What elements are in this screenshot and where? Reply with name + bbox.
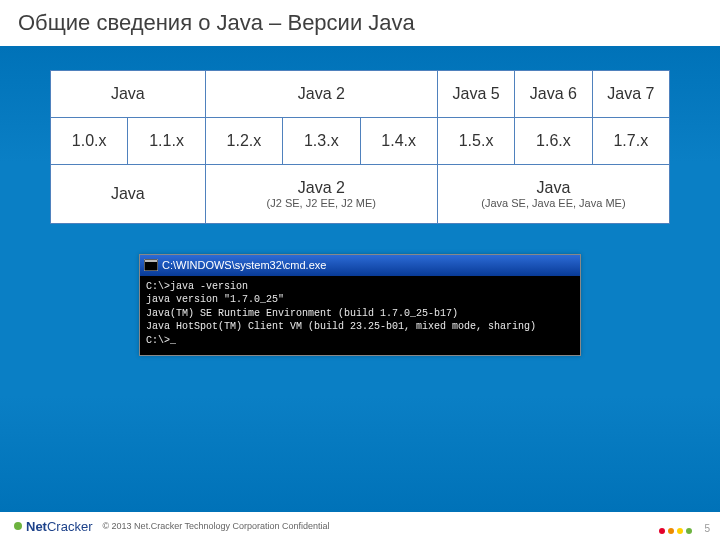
dot-icon bbox=[659, 528, 665, 534]
cell: 1.6.x bbox=[515, 118, 592, 165]
table-row: 1.0.x 1.1.x 1.2.x 1.3.x 1.4.x 1.5.x 1.6.… bbox=[51, 118, 670, 165]
logo: NetCracker bbox=[14, 519, 92, 534]
cell: Java (Java SE, Java EE, Java ME) bbox=[437, 165, 669, 224]
cell-subtitle: (J2 SE, J2 EE, J2 ME) bbox=[207, 197, 436, 209]
cell: Java 2 (J2 SE, J2 EE, J2 ME) bbox=[205, 165, 437, 224]
cell: 1.1.x bbox=[128, 118, 205, 165]
table-row: Java Java 2 (J2 SE, J2 EE, J2 ME) Java (… bbox=[51, 165, 670, 224]
cell: 1.5.x bbox=[437, 118, 514, 165]
cell: 1.0.x bbox=[51, 118, 128, 165]
cmd-line: C:\>_ bbox=[146, 334, 574, 348]
logo-text-bold: Net bbox=[26, 519, 47, 534]
slide-number: 5 bbox=[704, 523, 710, 534]
cell-title: Java 2 bbox=[207, 179, 436, 197]
copyright-text: © 2013 Net.Cracker Technology Corporatio… bbox=[102, 521, 329, 531]
cmd-icon bbox=[144, 259, 158, 271]
cell: Java 7 bbox=[592, 71, 669, 118]
cell-title: Java bbox=[439, 179, 668, 197]
cmd-title-text: C:\WINDOWS\system32\cmd.exe bbox=[162, 258, 326, 273]
logo-dot-icon bbox=[14, 522, 22, 530]
cmd-line: Java HotSpot(TM) Client VM (build 23.25-… bbox=[146, 320, 574, 334]
table-row: Java Java 2 Java 5 Java 6 Java 7 bbox=[51, 71, 670, 118]
cell: Java bbox=[51, 71, 206, 118]
cell: 1.2.x bbox=[205, 118, 282, 165]
footer-dots bbox=[659, 528, 692, 534]
cmd-line: java version "1.7.0_25" bbox=[146, 293, 574, 307]
footer: NetCracker © 2013 Net.Cracker Technology… bbox=[0, 512, 720, 540]
dot-icon bbox=[686, 528, 692, 534]
cmd-titlebar: C:\WINDOWS\system32\cmd.exe bbox=[140, 255, 580, 276]
cell-subtitle: (Java SE, Java EE, Java ME) bbox=[439, 197, 668, 209]
cell: Java 5 bbox=[437, 71, 514, 118]
cell: Java 6 bbox=[515, 71, 592, 118]
cell: 1.3.x bbox=[283, 118, 360, 165]
cell: Java bbox=[51, 165, 206, 224]
slide: Общие сведения о Java – Версии Java Java… bbox=[0, 0, 720, 540]
logo-text-thin: Cracker bbox=[47, 519, 93, 534]
versions-table: Java Java 2 Java 5 Java 6 Java 7 1.0.x 1… bbox=[50, 70, 670, 224]
cell: 1.4.x bbox=[360, 118, 437, 165]
cell: 1.7.x bbox=[592, 118, 669, 165]
cmd-line: C:\>java -version bbox=[146, 280, 574, 294]
dot-icon bbox=[668, 528, 674, 534]
cmd-line: Java(TM) SE Runtime Environment (build 1… bbox=[146, 307, 574, 321]
slide-title: Общие сведения о Java – Версии Java bbox=[0, 0, 720, 46]
dot-icon bbox=[677, 528, 683, 534]
svg-rect-1 bbox=[145, 260, 157, 262]
cmd-body: C:\>java -version java version "1.7.0_25… bbox=[140, 276, 580, 356]
content-band: Java Java 2 Java 5 Java 6 Java 7 1.0.x 1… bbox=[0, 46, 720, 512]
cmd-window: C:\WINDOWS\system32\cmd.exe C:\>java -ve… bbox=[139, 254, 581, 356]
cell: Java 2 bbox=[205, 71, 437, 118]
